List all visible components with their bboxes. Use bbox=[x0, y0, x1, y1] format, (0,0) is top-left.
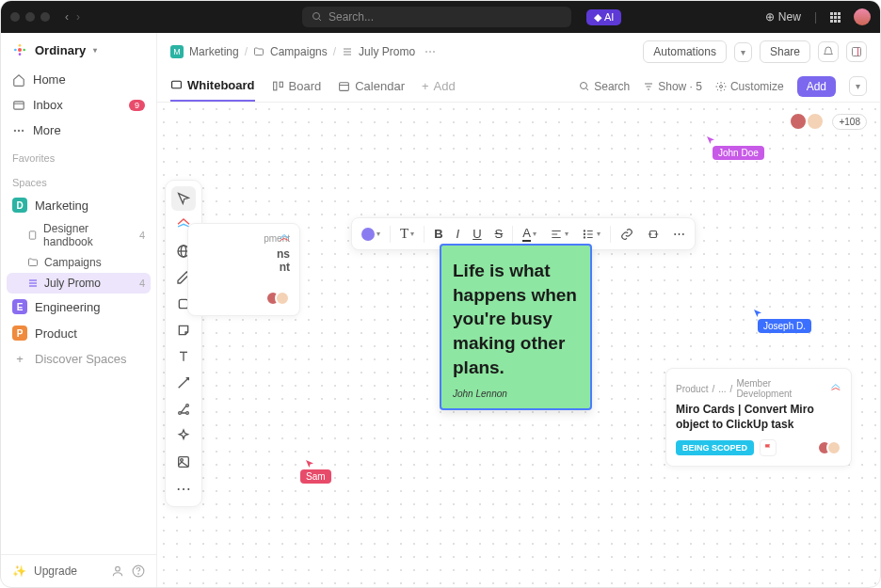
workspace-switcher[interactable]: Ordinary ▾ bbox=[1, 33, 156, 67]
clickup-icon bbox=[279, 233, 290, 245]
svg-point-28 bbox=[581, 82, 587, 88]
new-button[interactable]: ⊕ New bbox=[765, 10, 801, 24]
bc-more-icon[interactable]: ⋯ bbox=[424, 45, 436, 58]
svg-point-40 bbox=[179, 412, 182, 415]
folder-icon bbox=[27, 257, 39, 268]
tab-add[interactable]: + Add bbox=[422, 72, 456, 101]
convert-button[interactable] bbox=[641, 224, 665, 245]
avatar bbox=[826, 440, 841, 455]
image-tool[interactable] bbox=[171, 450, 196, 474]
avatar[interactable] bbox=[806, 112, 825, 131]
collaborators-bar: +108 bbox=[794, 112, 867, 131]
clickup-icon bbox=[830, 383, 841, 394]
svg-point-42 bbox=[186, 412, 189, 415]
text-tool[interactable] bbox=[171, 344, 196, 369]
space-engineering[interactable]: E Engineering bbox=[1, 294, 156, 320]
svg-point-9 bbox=[18, 130, 19, 131]
discover-spaces[interactable]: + Discover Spaces bbox=[1, 346, 156, 372]
svg-point-8 bbox=[14, 130, 15, 131]
space-product[interactable]: P Product bbox=[1, 320, 156, 346]
task-card-partial[interactable]: pment ns nt bbox=[187, 223, 300, 316]
flag-icon[interactable] bbox=[760, 439, 777, 456]
nav-more[interactable]: More bbox=[1, 118, 156, 143]
task-breadcrumb: Product/ .../ Member Development bbox=[676, 378, 841, 399]
font-style[interactable]: T▾ bbox=[394, 222, 420, 246]
avatar[interactable] bbox=[854, 8, 871, 25]
avatar[interactable] bbox=[789, 112, 808, 131]
strike-button[interactable]: S bbox=[489, 223, 509, 245]
space-marketing[interactable]: D Marketing bbox=[1, 192, 156, 218]
svg-point-4 bbox=[23, 49, 25, 52]
nav-home[interactable]: Home bbox=[1, 67, 156, 92]
search-action[interactable]: Search bbox=[579, 80, 630, 93]
sidebar-footer: ✨ Upgrade bbox=[1, 554, 156, 587]
window-controls[interactable] bbox=[10, 12, 50, 22]
add-chevron[interactable]: ▾ bbox=[849, 76, 867, 96]
tab-board[interactable]: Board bbox=[272, 72, 322, 101]
titlebar: ‹ › Search... ◆ AI ⊕ New | bbox=[1, 1, 880, 33]
nav-back-icon[interactable]: ‹ bbox=[65, 10, 69, 24]
tab-whiteboard[interactable]: Whiteboard bbox=[170, 71, 255, 102]
fill-color[interactable]: ▾ bbox=[356, 224, 386, 245]
nav-inbox[interactable]: Inbox 9 bbox=[1, 92, 156, 118]
add-button[interactable]: Add bbox=[797, 76, 836, 97]
sticky-note[interactable]: Life is what happens when you're busy ma… bbox=[440, 244, 592, 410]
gear-icon bbox=[715, 81, 727, 92]
underline-button[interactable]: U bbox=[467, 223, 487, 245]
panel-icon[interactable] bbox=[846, 41, 867, 62]
doc-icon bbox=[27, 230, 38, 241]
space-badge: P bbox=[12, 326, 27, 341]
link-tool[interactable] bbox=[171, 397, 196, 421]
svg-rect-26 bbox=[340, 83, 349, 91]
customize-action[interactable]: Customize bbox=[715, 80, 784, 93]
cursor-joseph: Joseph D. bbox=[758, 319, 811, 333]
pointer-tool[interactable] bbox=[171, 186, 196, 211]
link-button[interactable] bbox=[615, 224, 639, 245]
sticky-tool[interactable] bbox=[171, 318, 196, 342]
upgrade-button[interactable]: Upgrade bbox=[34, 564, 77, 578]
svg-point-41 bbox=[186, 405, 189, 407]
svg-line-1 bbox=[319, 19, 322, 22]
svg-point-49 bbox=[584, 233, 585, 234]
text-color[interactable]: A▾ bbox=[517, 222, 542, 246]
ai-tool[interactable] bbox=[171, 423, 196, 448]
svg-point-44 bbox=[181, 459, 184, 462]
spaces-label: Spaces bbox=[1, 167, 156, 192]
connector-tool[interactable] bbox=[171, 371, 196, 395]
more-format[interactable]: ⋯ bbox=[667, 223, 691, 245]
svg-point-2 bbox=[18, 48, 22, 52]
help-icon[interactable] bbox=[132, 564, 145, 578]
list-button[interactable]: ▾ bbox=[576, 224, 606, 245]
automations-chevron[interactable]: ▾ bbox=[734, 42, 752, 62]
more-tools[interactable]: ⋯ bbox=[171, 476, 196, 501]
user-icon[interactable] bbox=[111, 564, 124, 578]
sidebar-item-designer-handbook[interactable]: Designer handbook 4 bbox=[1, 218, 156, 252]
sidebar-item-campaigns[interactable]: Campaigns bbox=[1, 252, 156, 273]
bell-icon[interactable] bbox=[818, 41, 839, 62]
search-input[interactable]: Search... bbox=[302, 7, 571, 27]
sidebar-item-july-promo[interactable]: July Promo 4 bbox=[7, 273, 151, 294]
align-button[interactable]: ▾ bbox=[544, 224, 574, 245]
italic-button[interactable]: I bbox=[451, 223, 466, 245]
nav-forward-icon[interactable]: › bbox=[76, 10, 80, 24]
search-icon bbox=[312, 11, 323, 23]
task-card[interactable]: Product/ .../ Member Development Miro Ca… bbox=[665, 368, 852, 467]
whiteboard-canvas[interactable]: +108 ⋯ pment ns bbox=[157, 103, 880, 587]
bc-folder[interactable]: Campaigns bbox=[270, 45, 328, 58]
bc-space[interactable]: Marketing bbox=[189, 45, 239, 58]
collab-more[interactable]: +108 bbox=[832, 114, 867, 130]
tab-calendar[interactable]: Calendar bbox=[338, 72, 405, 101]
quote-text: Life is what happens when you're busy ma… bbox=[453, 259, 579, 379]
share-button[interactable]: Share bbox=[760, 40, 810, 63]
automations-button[interactable]: Automations bbox=[643, 40, 727, 63]
quote-author: John Lennon bbox=[453, 389, 579, 399]
inbox-icon bbox=[12, 99, 25, 112]
show-action[interactable]: Show · 5 bbox=[643, 80, 702, 93]
apps-icon[interactable] bbox=[830, 12, 841, 23]
svg-point-17 bbox=[138, 574, 139, 575]
workspace-icon bbox=[12, 42, 27, 57]
bold-button[interactable]: B bbox=[428, 223, 448, 245]
sidebar: Ordinary ▾ Home Inbox 9 More Favorites S… bbox=[1, 33, 157, 587]
bc-list[interactable]: July Promo bbox=[359, 45, 415, 58]
ai-button[interactable]: ◆ AI bbox=[586, 9, 621, 25]
